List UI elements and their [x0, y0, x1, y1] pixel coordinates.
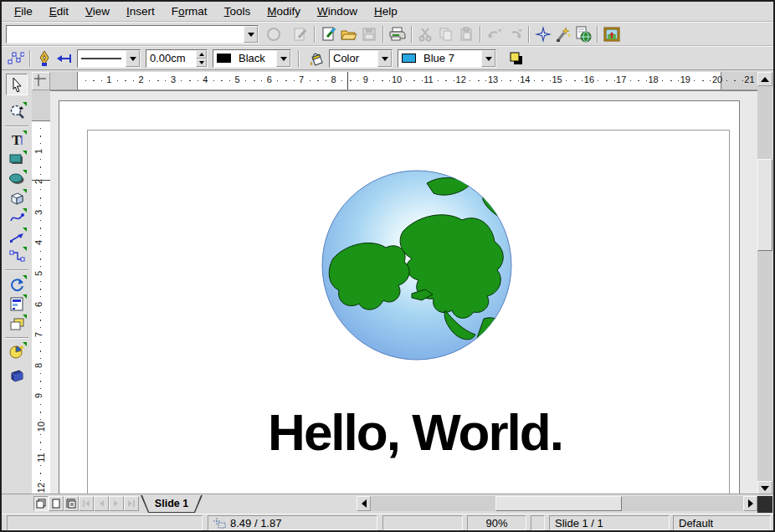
- undo-button[interactable]: [485, 24, 505, 44]
- previous-page-button[interactable]: [94, 496, 109, 511]
- status-slide-cell[interactable]: Slide 1 / 1: [549, 515, 670, 530]
- pen-nib-icon: [38, 50, 50, 66]
- horizontal-ruler[interactable]: 123456789101112131415161718192021: [50, 72, 757, 90]
- menu-view[interactable]: View: [78, 3, 117, 19]
- page-view-button[interactable]: [33, 496, 49, 511]
- scroll-right-button[interactable]: [743, 496, 757, 511]
- edit-file-button[interactable]: [290, 24, 311, 44]
- globe-graphic[interactable]: [320, 168, 514, 362]
- paste-button[interactable]: [456, 24, 476, 44]
- ellipse-icon: [8, 172, 25, 186]
- line-width-field[interactable]: [146, 49, 208, 68]
- stop-button[interactable]: [264, 24, 284, 44]
- status-style-cell[interactable]: Default: [673, 515, 771, 530]
- insert-tool-button[interactable]: [6, 340, 28, 362]
- connector-tool-button[interactable]: [6, 245, 28, 267]
- next-page-icon: [111, 499, 121, 509]
- alignment-tool-button[interactable]: [6, 293, 28, 315]
- fill-color-combobox[interactable]: Blue 7: [398, 49, 496, 68]
- menu-insert[interactable]: Insert: [119, 3, 162, 19]
- position-icon: [213, 518, 226, 529]
- vertical-ruler[interactable]: 123456789101112: [32, 90, 50, 494]
- horizontal-scrollbar[interactable]: [371, 496, 743, 511]
- fill-color-dropdown[interactable]: [481, 50, 495, 67]
- copy-icon: [439, 27, 454, 42]
- line-color-label: Black: [235, 52, 276, 64]
- effects-tool-button[interactable]: [6, 365, 28, 386]
- slide-tab[interactable]: Slide 1: [141, 495, 203, 513]
- fill-color-swatch: [402, 54, 416, 63]
- spin-up-icon[interactable]: [196, 50, 207, 59]
- edit-points-button[interactable]: [6, 49, 26, 69]
- line-color-combobox[interactable]: Black: [213, 49, 291, 68]
- ruler-origin-box[interactable]: [32, 72, 50, 90]
- left-arrow-icon: [357, 499, 367, 508]
- save-icon: [362, 27, 377, 42]
- print-button[interactable]: [388, 24, 408, 44]
- text-tool-button[interactable]: T: [6, 129, 28, 151]
- status-zoom-cell[interactable]: 90%: [467, 515, 526, 530]
- menu-help[interactable]: Help: [367, 3, 405, 19]
- resize-corner[interactable]: [757, 496, 772, 513]
- line-dialog-button[interactable]: [34, 49, 54, 69]
- fill-dialog-button[interactable]: [306, 49, 326, 69]
- fill-type-dropdown[interactable]: [377, 50, 392, 67]
- scroll-left-button[interactable]: [357, 496, 371, 511]
- stop-icon: [266, 27, 281, 42]
- arrow-ends-icon: [56, 53, 73, 64]
- zoom-button[interactable]: [553, 24, 573, 44]
- line-width-input[interactable]: [146, 51, 196, 66]
- navigator-button[interactable]: [533, 24, 553, 44]
- new-document-button[interactable]: [319, 24, 339, 44]
- select-tool-button[interactable]: [6, 74, 28, 95]
- layer-view-button[interactable]: [64, 496, 79, 511]
- horizontal-scrollbar-thumb[interactable]: [495, 496, 622, 511]
- next-page-button[interactable]: [109, 496, 124, 511]
- menu-modify[interactable]: Modify: [259, 3, 308, 19]
- scroll-up-button[interactable]: [757, 72, 772, 86]
- gallery-button[interactable]: [602, 24, 622, 44]
- arrange-tool-button[interactable]: [6, 313, 28, 335]
- zoom-tool-button[interactable]: [6, 100, 28, 122]
- previous-page-icon: [96, 499, 106, 509]
- drawing-canvas[interactable]: Hello, World.: [50, 90, 757, 494]
- line-width-spinner[interactable]: [196, 50, 207, 67]
- line-color-dropdown[interactable]: [276, 50, 290, 67]
- url-combobox[interactable]: [6, 25, 259, 43]
- edit-file-icon: [293, 27, 308, 42]
- spin-down-icon[interactable]: [196, 59, 207, 67]
- undo-icon: [486, 28, 503, 41]
- last-page-button[interactable]: [124, 496, 139, 511]
- menu-format[interactable]: Format: [164, 3, 215, 19]
- url-input[interactable]: [7, 27, 244, 42]
- slide-tab-label[interactable]: Slide 1: [141, 495, 202, 512]
- line-style-dropdown[interactable]: [126, 50, 140, 67]
- shadow-button[interactable]: [506, 49, 526, 69]
- hyperlink-dialog-button[interactable]: [573, 24, 593, 44]
- copy-button[interactable]: [436, 24, 456, 44]
- status-position-cell[interactable]: 8.49 / 1.87: [208, 515, 377, 530]
- menubar: File Edit View Insert Format Tools Modif…: [2, 2, 773, 22]
- menu-edit[interactable]: Edit: [42, 3, 76, 19]
- master-view-button[interactable]: [49, 496, 64, 511]
- line-style-combobox[interactable]: [77, 49, 141, 68]
- menu-window[interactable]: Window: [310, 3, 365, 19]
- save-button[interactable]: [359, 24, 379, 44]
- arrow-line-icon: [9, 230, 25, 243]
- open-button[interactable]: [339, 24, 359, 44]
- first-page-button[interactable]: [79, 496, 94, 511]
- redo-button[interactable]: [505, 24, 525, 44]
- url-dropdown-button[interactable]: [244, 26, 258, 43]
- status-empty-cell-3: [531, 515, 545, 530]
- vertical-scrollbar-thumb[interactable]: [757, 159, 772, 251]
- first-page-icon: [81, 499, 91, 509]
- menu-tools[interactable]: Tools: [217, 3, 259, 19]
- slide-title-text[interactable]: Hello, World.: [206, 402, 624, 462]
- vertical-scrollbar[interactable]: [757, 72, 772, 495]
- cut-button[interactable]: [416, 24, 436, 44]
- app-window: File Edit View Insert Format Tools Modif…: [0, 0, 775, 532]
- curve-icon: [9, 211, 25, 224]
- menu-file[interactable]: File: [7, 3, 40, 19]
- arrow-style-button[interactable]: [54, 49, 74, 69]
- fill-type-combobox[interactable]: Color: [329, 49, 393, 68]
